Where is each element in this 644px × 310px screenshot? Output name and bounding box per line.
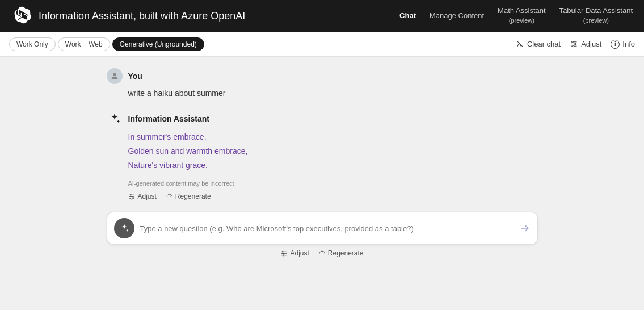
toolbar: Work Only Work + Web Generative (Ungroun… xyxy=(0,32,644,57)
svg-point-17 xyxy=(283,251,284,252)
chat-input[interactable] xyxy=(140,224,513,233)
ai-avatar xyxy=(107,111,123,127)
svg-point-10 xyxy=(130,194,131,195)
svg-point-6 xyxy=(113,73,116,76)
send-button[interactable] xyxy=(519,223,531,234)
bottom-actions: Adjust Regenerate xyxy=(107,249,538,257)
bottom-adjust-button[interactable]: Adjust xyxy=(280,249,309,257)
adjust-button[interactable]: Adjust xyxy=(570,40,601,48)
ai-adjust-button[interactable]: Adjust xyxy=(128,192,157,200)
tab-work-web[interactable]: Work + Web xyxy=(58,37,110,51)
svg-point-12 xyxy=(131,198,132,199)
bottom-regenerate-icon xyxy=(318,250,326,257)
svg-point-4 xyxy=(575,43,576,45)
ai-message-block: Information Assistant In summer's embrac… xyxy=(107,111,538,200)
app-title: Information Assistant, built with Azure … xyxy=(39,10,245,22)
ai-regenerate-label: Regenerate xyxy=(175,192,211,200)
ai-regenerate-button[interactable]: Regenerate xyxy=(166,192,211,200)
ai-message-actions: Adjust Regenerate xyxy=(128,192,538,200)
ai-adjust-label: Adjust xyxy=(138,192,157,200)
ai-disclaimer: AI-generated content may be incorrect xyxy=(128,179,538,188)
tab-generative[interactable]: Generative (Ungrounded) xyxy=(112,37,204,51)
info-label: Info xyxy=(622,40,635,48)
input-box xyxy=(107,212,538,245)
toolbar-actions: Clear chat Adjust i Info xyxy=(516,40,635,49)
nav-manage-content[interactable]: Manage Content xyxy=(430,11,484,21)
haiku-line-1: In summer's embrace, xyxy=(128,130,538,144)
nav-chat[interactable]: Chat xyxy=(399,11,416,21)
ai-sender-name: Information Assistant xyxy=(128,114,209,123)
haiku-line-2: Golden sun and warmth embrace, xyxy=(128,144,538,158)
ai-regenerate-icon xyxy=(166,193,173,200)
bottom-regenerate-label: Regenerate xyxy=(328,249,364,257)
info-icon: i xyxy=(611,40,620,49)
svg-point-18 xyxy=(285,253,286,254)
haiku-line-3: Nature's vibrant grace. xyxy=(128,158,538,173)
openai-logo-icon xyxy=(11,6,32,26)
tab-work-only[interactable]: Work Only xyxy=(9,37,56,51)
nav-math-assistant[interactable]: Math Assistant(preview) xyxy=(498,6,546,26)
ai-adjust-icon xyxy=(128,193,136,200)
input-area: Adjust Regenerate xyxy=(107,212,538,257)
adjust-icon xyxy=(570,40,578,48)
adjust-label: Adjust xyxy=(581,40,601,48)
clear-chat-button[interactable]: Clear chat xyxy=(516,40,561,48)
svg-point-5 xyxy=(573,45,574,47)
bottom-regenerate-button[interactable]: Regenerate xyxy=(318,249,364,257)
app-header: Information Assistant, built with Azure … xyxy=(0,0,644,32)
user-message-block: You write a haiku about summer xyxy=(107,68,538,99)
send-icon xyxy=(519,223,531,234)
user-message-content: write a haiku about summer xyxy=(128,87,538,99)
svg-point-3 xyxy=(572,41,574,43)
svg-point-19 xyxy=(283,254,284,255)
user-message-header: You xyxy=(107,68,538,84)
chat-area: You write a haiku about summer Informati… xyxy=(0,57,644,310)
svg-point-11 xyxy=(132,196,133,197)
user-message-text: write a haiku about summer xyxy=(128,89,226,98)
header-left: Information Assistant, built with Azure … xyxy=(11,6,245,26)
user-sender-name: You xyxy=(128,72,142,81)
tab-group: Work Only Work + Web Generative (Ungroun… xyxy=(9,37,204,51)
ai-message-content: In summer's embrace, Golden sun and warm… xyxy=(128,130,538,200)
haiku-text: In summer's embrace, Golden sun and warm… xyxy=(128,130,538,173)
main-nav: Chat Manage Content Math Assistant(previ… xyxy=(399,6,633,26)
user-avatar xyxy=(107,68,123,84)
clear-chat-icon xyxy=(516,40,524,48)
info-button[interactable]: i Info xyxy=(611,40,635,49)
input-logo-icon xyxy=(114,218,134,238)
nav-tabular-data-assistant[interactable]: Tabular Data Assistant(preview) xyxy=(559,6,633,26)
clear-chat-label: Clear chat xyxy=(527,40,561,48)
bottom-adjust-icon xyxy=(280,250,288,257)
bottom-adjust-label: Adjust xyxy=(290,249,309,257)
ai-message-header: Information Assistant xyxy=(107,111,538,127)
